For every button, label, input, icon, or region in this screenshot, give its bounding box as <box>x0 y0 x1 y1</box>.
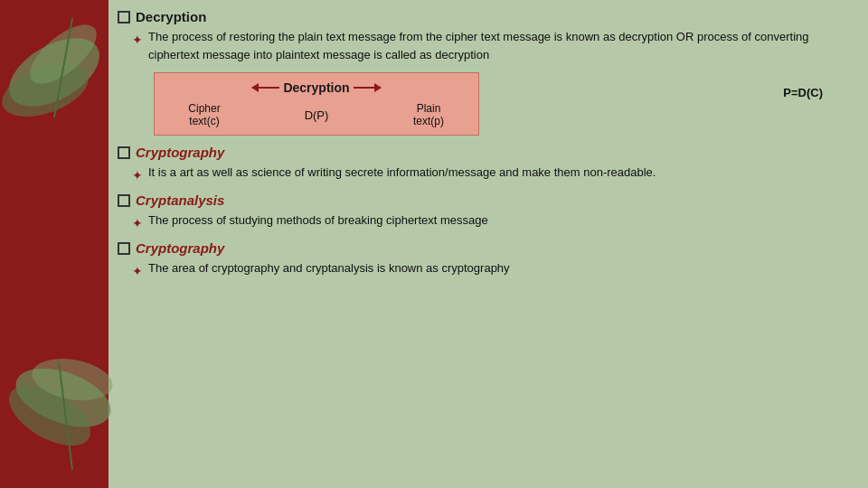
section-decryption-title: Decryption <box>118 9 850 24</box>
p-equals-label: P=D(C) <box>783 86 823 99</box>
arrow-right <box>354 87 381 89</box>
diamond-bullet-3: ✦ <box>132 214 143 233</box>
cryptography2-text: The area of cryptography and cryptanalys… <box>148 259 510 277</box>
checkbox-icon-crypto2 <box>118 242 130 255</box>
checkbox-icon-decryption <box>118 11 130 23</box>
cryptography1-bullet: ✦ It is a art as well as science of writ… <box>132 164 850 185</box>
cryptanalysis-bullet: ✦ The process of studying methods of bre… <box>132 211 850 233</box>
cryptography1-text: It is a art as well as science of writin… <box>148 164 656 182</box>
diagram-top-label: Decryption <box>173 80 460 95</box>
section-cryptography1-title: Cryptography <box>118 145 850 160</box>
diagram-decryption-label: Decryption <box>283 80 349 95</box>
section-decryption: Decryption ✦ The process of restoring th… <box>118 9 850 63</box>
section-cryptography2-title: Cryptography <box>118 240 850 256</box>
decryption-text: The process of restoring the plain text … <box>148 28 850 63</box>
arrow-left <box>252 87 279 89</box>
decryption-bullet: ✦ The process of restoring the plain tex… <box>132 28 850 63</box>
section-cryptography1: Cryptography ✦ It is a art as well as sc… <box>118 145 850 185</box>
decryption-title-label: Decryption <box>136 9 206 24</box>
diagram-box: Decryption Ciphertext(c) D(P) Plaintext(… <box>154 72 479 136</box>
decryption-diagram: Decryption Ciphertext(c) D(P) Plaintext(… <box>154 72 850 136</box>
section-cryptanalysis: Cryptanalysis ✦ The process of studying … <box>118 192 850 233</box>
diamond-bullet-1: ✦ <box>132 31 143 50</box>
section-cryptanalysis-title: Cryptanalysis <box>118 192 850 208</box>
diamond-bullet-4: ✦ <box>132 262 143 281</box>
diagram-dp-cell: D(P) <box>298 108 335 122</box>
diagram-plain-cell: Plaintext(p) <box>397 102 460 127</box>
cryptography1-title-label: Cryptography <box>136 145 224 160</box>
diamond-bullet-2: ✦ <box>132 166 143 185</box>
section-cryptography2: Cryptography ✦ The area of cryptography … <box>118 240 850 281</box>
cryptography2-bullet: ✦ The area of cryptography and cryptanal… <box>132 259 850 281</box>
diagram-row: Ciphertext(c) D(P) Plaintext(p) <box>173 102 460 127</box>
checkbox-icon-cryptanalysis <box>118 194 130 207</box>
left-bar <box>0 0 108 488</box>
cryptanalysis-title-label: Cryptanalysis <box>136 192 224 208</box>
diagram-cipher-cell: Ciphertext(c) <box>173 102 236 127</box>
main-content: Decryption ✦ The process of restoring th… <box>118 9 850 479</box>
cryptanalysis-text: The process of studying methods of break… <box>148 211 488 230</box>
checkbox-icon-crypto1 <box>118 146 130 159</box>
cryptography2-title-label: Cryptography <box>136 240 224 256</box>
